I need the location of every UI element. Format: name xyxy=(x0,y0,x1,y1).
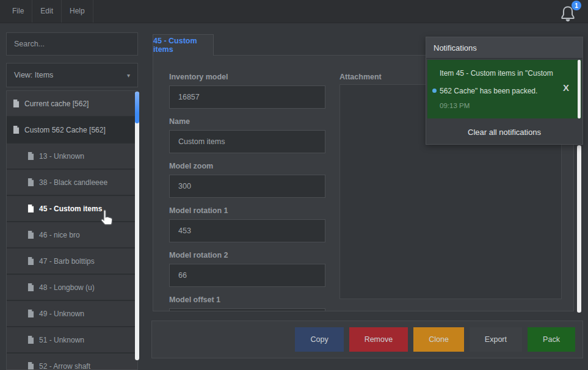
list-item[interactable]: 52 - Arrow shaft xyxy=(7,354,137,370)
form-field: Inventory model xyxy=(169,73,325,109)
menu-item[interactable]: File xyxy=(4,0,32,23)
item-list: Current cache [562] Custom 562 Cache [56… xyxy=(6,90,138,370)
list-item[interactable]: 51 - Unknown xyxy=(7,327,137,352)
list-item-label: 45 - Custom items xyxy=(39,205,102,213)
notifications-list: Item 45 - Custom items in "Custom 562 Ca… xyxy=(426,60,583,118)
chevron-down-icon: ▾ xyxy=(127,72,130,79)
menu-item[interactable]: Help xyxy=(62,0,93,23)
file-icon xyxy=(27,310,34,317)
list-item-label: 13 - Unknown xyxy=(39,152,84,161)
unread-dot-icon xyxy=(432,89,437,93)
file-icon xyxy=(27,152,34,160)
form-field: Model rotation 2 xyxy=(169,251,325,287)
notifications-popup: Notifications Item 45 - Custom items in … xyxy=(426,37,583,145)
menu-items: File Edit Help xyxy=(4,0,93,23)
file-icon xyxy=(27,336,34,344)
search-input[interactable] xyxy=(6,32,138,56)
file-icon xyxy=(27,178,34,186)
action-button[interactable]: Remove xyxy=(349,327,408,352)
notifications-title: Notifications xyxy=(426,37,583,59)
item-form: Inventory model Name Model zoom Model ro… xyxy=(169,73,325,311)
sidebar-scrollbar-track[interactable] xyxy=(135,92,139,360)
list-item-label: 46 - nice bro xyxy=(39,231,80,239)
form-field: Model zoom xyxy=(169,162,325,198)
notification-time: 09:13 PM xyxy=(440,102,470,109)
field-input[interactable] xyxy=(169,175,325,198)
list-item[interactable]: 46 - nice bro xyxy=(7,222,137,247)
notification-message: Item 45 - Custom items in "Custom 562 Ca… xyxy=(440,65,565,100)
close-icon[interactable]: X xyxy=(563,82,569,93)
menu-bar: File Edit Help 1 xyxy=(0,0,588,23)
field-input[interactable] xyxy=(169,130,325,153)
form-field: Name xyxy=(169,117,325,153)
notification-scrollbar[interactable] xyxy=(578,60,581,118)
field-label: Model rotation 2 xyxy=(169,251,325,260)
field-input[interactable] xyxy=(169,85,325,109)
form-field: Model offset 1 xyxy=(169,296,325,311)
list-item-label: Custom 562 Cache [562] xyxy=(24,126,106,134)
action-button[interactable]: Export xyxy=(470,327,522,352)
file-icon xyxy=(13,126,20,134)
attachment-label: Attachment xyxy=(339,73,382,81)
notification-item: Item 45 - Custom items in "Custom 562 Ca… xyxy=(427,60,581,118)
field-input[interactable] xyxy=(169,219,325,242)
action-button[interactable]: Pack xyxy=(528,327,575,352)
list-item[interactable]: 49 - Unknown xyxy=(7,301,137,326)
file-icon xyxy=(27,362,34,370)
form-field: Model rotation 1 xyxy=(169,206,325,242)
notification-badge: 1 xyxy=(572,1,581,10)
sidebar-scrollbar-thumb[interactable] xyxy=(135,92,139,123)
action-bar: Copy Remove Clone Export Pack xyxy=(151,321,583,358)
field-input[interactable] xyxy=(169,264,325,287)
field-input[interactable] xyxy=(169,308,325,311)
list-item-label: 52 - Arrow shaft xyxy=(39,362,90,370)
file-icon xyxy=(27,257,34,265)
file-icon xyxy=(27,231,34,239)
field-label: Inventory model xyxy=(169,73,325,82)
list-item[interactable]: 45 - Custom items xyxy=(7,196,137,221)
list-item[interactable]: 13 - Unknown xyxy=(7,143,137,169)
action-button[interactable]: Copy xyxy=(295,327,343,352)
file-icon xyxy=(27,283,34,291)
view-dropdown[interactable]: View: Items ▾ xyxy=(6,63,138,87)
field-label: Model offset 1 xyxy=(169,296,325,305)
file-icon xyxy=(27,205,34,212)
app-window: File Edit Help 1 View: Items ▾ Curr xyxy=(0,0,588,370)
field-label: Name xyxy=(169,117,325,126)
clear-all-notifications-button[interactable]: Clear all notifications xyxy=(426,120,583,144)
action-button[interactable]: Clone xyxy=(413,327,464,352)
tab-45-custom-items[interactable]: 45 - Custom items xyxy=(153,34,214,56)
list-item[interactable]: Custom 562 Cache [562] xyxy=(7,117,137,142)
list-item-label: 51 - Unknown xyxy=(39,336,84,344)
list-item[interactable]: Current cache [562] xyxy=(7,91,137,116)
list-item[interactable]: 47 - Barb bolttips xyxy=(7,248,137,274)
list-item[interactable]: 48 - Longbow (u) xyxy=(7,275,137,300)
notification-bell-button[interactable]: 1 xyxy=(557,2,580,25)
view-dropdown-label: View: Items xyxy=(14,71,53,79)
field-label: Model zoom xyxy=(169,162,325,171)
list-item-label: 38 - Black candleeee xyxy=(39,178,107,187)
content-scrollbar[interactable] xyxy=(577,145,581,313)
list-item-label: Current cache [562] xyxy=(24,100,89,108)
list-item-label: 47 - Barb bolttips xyxy=(39,257,95,266)
list-item-label: 49 - Unknown xyxy=(39,310,84,318)
file-icon xyxy=(13,100,20,107)
menu-item[interactable]: Edit xyxy=(32,0,62,23)
field-label: Model rotation 1 xyxy=(169,206,325,216)
list-item-label: 48 - Longbow (u) xyxy=(39,283,95,292)
list-item[interactable]: 38 - Black candleeee xyxy=(7,170,137,195)
